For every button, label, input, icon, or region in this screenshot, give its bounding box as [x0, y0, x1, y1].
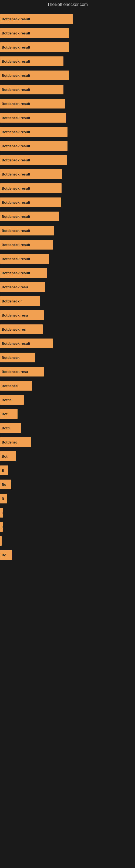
result-bar: Bot	[0, 452, 16, 461]
result-bar: Bo	[0, 479, 11, 489]
bar-label: Bottleneck result	[2, 73, 30, 78]
bar-row: Bottleneck result	[0, 83, 135, 97]
bar-label: B	[2, 468, 4, 472]
result-bar: Bottlenec	[0, 381, 32, 391]
bar-row: Bottleneck result	[0, 266, 135, 280]
site-title: TheBottlenecker.com	[0, 0, 135, 9]
result-bar: Bottleneck result	[0, 99, 65, 108]
bar-row: Bottleneck result	[0, 223, 135, 238]
result-bar: Bottleneck result	[0, 183, 61, 193]
bar-row: Bot	[0, 407, 135, 421]
bar-row: Bottleneck result	[0, 252, 135, 266]
result-bar: Bottleneck r	[0, 296, 40, 306]
result-bar: Bo	[0, 550, 12, 560]
bar-row: Bottleneck resu	[0, 280, 135, 294]
result-bar: Bottleneck result	[0, 85, 63, 94]
result-bar: Bottleneck result	[0, 212, 59, 221]
bar-row: Bottleneck result	[0, 195, 135, 209]
bar-label: Bottlenec	[2, 384, 17, 388]
bar-label: Bottleneck result	[2, 200, 30, 205]
result-bar: Bottleneck result	[0, 254, 49, 264]
bar-label: B	[2, 497, 4, 501]
bar-label: Bottleneck result	[2, 116, 30, 120]
bar-label: Bottleneck	[2, 355, 19, 360]
result-bar: Bottleneck result	[0, 141, 68, 151]
bar-label: Bottleneck result	[2, 257, 30, 261]
bar-row: Bottleneck resu	[0, 308, 135, 322]
result-bar: Bottleneck resu	[0, 310, 44, 320]
bar-label: Bottleneck result	[2, 271, 30, 275]
bar-label: Bottleneck result	[2, 243, 30, 247]
result-bar: Bottleneck resu	[0, 282, 45, 292]
bar-row: Bottleneck result	[0, 97, 135, 111]
bar-label: Bottleneck result	[2, 88, 30, 92]
result-bar: Bottleneck result	[0, 28, 69, 38]
bar-row: B	[0, 492, 135, 506]
bar-label: Bottleneck result	[2, 144, 30, 148]
result-bar: Bottl	[0, 423, 21, 433]
bar-row: Bottleneck result	[0, 139, 135, 153]
bar-row: Bottleneck result	[0, 209, 135, 223]
bar-label: Bottleneck result	[2, 215, 30, 219]
bar-label: Bottleneck result	[2, 130, 30, 134]
bar-label: I	[2, 525, 3, 529]
bar-row: Bottlenec	[0, 435, 135, 449]
bar-label: Bottleneck result	[2, 341, 30, 346]
bars-container: Bottleneck resultBottleneck resultBottle…	[0, 9, 135, 565]
bar-row: Bottleneck res	[0, 322, 135, 336]
result-bar: Bottleneck result	[0, 155, 67, 165]
result-bar: I	[0, 522, 3, 532]
result-bar: Bottleneck result	[0, 169, 62, 179]
bar-row: Bottlenec	[0, 379, 135, 393]
bar-row: B	[0, 463, 135, 477]
result-bar: Bottleneck resu	[0, 367, 44, 376]
result-bar: Bottleneck result	[0, 56, 63, 66]
bar-row: Bottleneck result	[0, 238, 135, 252]
result-bar: Bottleneck result	[0, 268, 47, 278]
result-bar: Bottleneck result	[0, 339, 53, 348]
bar-row: Bottleneck result	[0, 12, 135, 26]
result-bar: Bottleneck result	[0, 42, 69, 52]
bar-label: Bottleneck result	[2, 229, 30, 233]
bar-row	[0, 534, 135, 548]
bar-label: Bo	[2, 483, 6, 487]
bar-row: Bottleneck	[0, 350, 135, 365]
bar-row: Bottleneck result	[0, 40, 135, 54]
result-bar: Bottleneck result	[0, 14, 73, 24]
result-bar: Bottleneck result	[0, 127, 68, 137]
result-bar: Bottleneck result	[0, 70, 69, 80]
result-bar: Bottle	[0, 395, 24, 405]
bar-label: Bot	[2, 412, 8, 416]
bar-label: Bottleneck result	[2, 158, 30, 162]
bar-row: Bottleneck result	[0, 125, 135, 139]
bar-label: Bottleneck resu	[2, 285, 28, 289]
bar-label: Bottlenec	[2, 440, 17, 444]
result-bar: I	[0, 508, 3, 518]
bar-label: Bot	[2, 454, 8, 458]
bar-row: Bottle	[0, 393, 135, 407]
result-bar: Bottleneck result	[0, 113, 66, 123]
bar-row: I	[0, 520, 135, 534]
bar-row: Bottleneck result	[0, 26, 135, 40]
bar-label: Bottleneck result	[2, 31, 30, 35]
bar-label: Bottleneck res	[2, 328, 26, 332]
bar-label: Bottleneck resu	[2, 313, 28, 317]
bar-row: Bottleneck result	[0, 153, 135, 167]
bar-row: I	[0, 506, 135, 520]
bar-label: Bottleneck result	[2, 59, 30, 63]
bar-label: Bottleneck r	[2, 299, 22, 303]
bar-label: Bottl	[2, 426, 10, 430]
result-bar: B	[0, 465, 8, 475]
bar-row: Bottl	[0, 421, 135, 435]
result-bar: Bottleneck res	[0, 324, 43, 334]
bar-label: Bottleneck resu	[2, 370, 28, 374]
bar-row: Bottleneck result	[0, 111, 135, 125]
result-bar: Bot	[0, 409, 17, 419]
bar-label: Bottleneck result	[2, 186, 30, 190]
result-bar: Bottlenec	[0, 437, 31, 447]
bar-row: Bo	[0, 548, 135, 562]
result-bar: Bottleneck result	[0, 197, 61, 207]
bar-row: Bottleneck resu	[0, 365, 135, 379]
bar-label: Bottle	[2, 398, 12, 402]
bar-row: Bo	[0, 477, 135, 492]
